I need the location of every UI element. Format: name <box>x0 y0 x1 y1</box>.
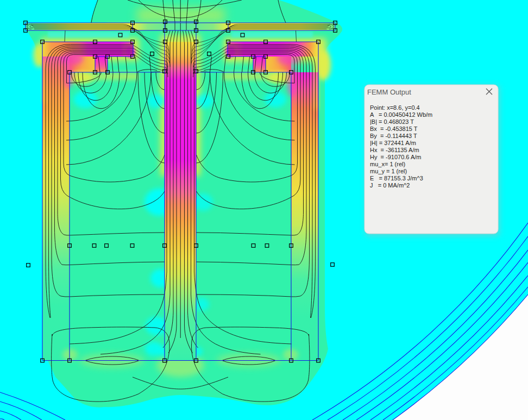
svg-text:Hx = -361135 A/m: Hx = -361135 A/m <box>370 147 419 153</box>
svg-text:E = 87155.3 J/m^3: E = 87155.3 J/m^3 <box>370 175 423 181</box>
svg-text:A = 0.00450412 Wb/m: A = 0.00450412 Wb/m <box>370 111 432 118</box>
svg-text:J = 0 MA/m^2: J = 0 MA/m^2 <box>370 182 410 189</box>
svg-text:|H| = 372441 A/m: |H| = 372441 A/m <box>370 140 416 146</box>
svg-text:mu_x= 1 (rel): mu_x= 1 (rel) <box>370 161 405 167</box>
svg-text:Bx = -0.453815 T: Bx = -0.453815 T <box>370 126 418 132</box>
svg-text:|B| = 0.468023 T: |B| = 0.468023 T <box>370 118 414 125</box>
svg-text:By = -0.114443 T: By = -0.114443 T <box>370 133 417 139</box>
svg-text:Point: x=8.6, y=0.4: Point: x=8.6, y=0.4 <box>370 104 420 111</box>
svg-text:mu_y = 1 (rel): mu_y = 1 (rel) <box>370 168 407 174</box>
svg-text:Hy = -91070.6 A/m: Hy = -91070.6 A/m <box>370 154 421 160</box>
svg-text:FEMM Output: FEMM Output <box>367 88 411 96</box>
